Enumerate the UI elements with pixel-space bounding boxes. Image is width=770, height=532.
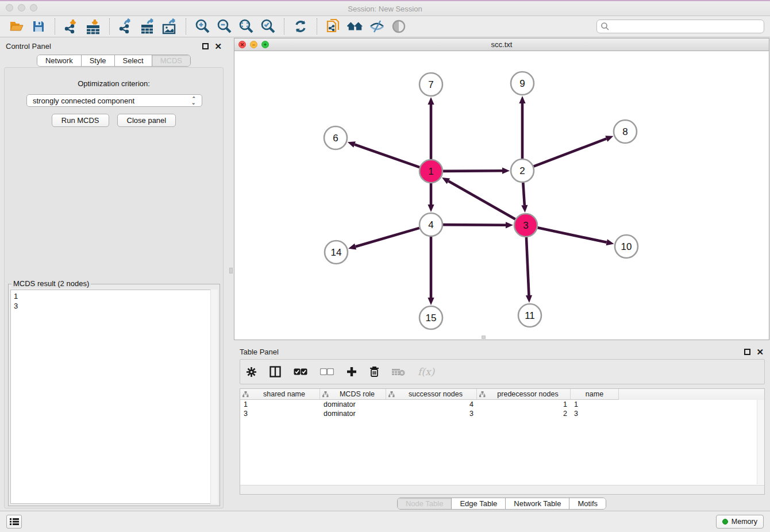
edge-2-8[interactable] [534, 136, 614, 166]
graph-node-7[interactable]: 7 [419, 73, 442, 96]
table-cell[interactable]: 2 [477, 409, 571, 418]
tab-network-table[interactable]: Network Table [506, 498, 569, 509]
close-panel-icon[interactable]: ✕ [756, 349, 764, 355]
edge-4-15[interactable] [428, 237, 434, 305]
tab-node-table[interactable]: Node Table [398, 498, 452, 509]
column-type-icon [479, 391, 486, 398]
table-cell[interactable]: 1 [240, 400, 320, 409]
float-panel-icon[interactable] [202, 43, 209, 49]
column-header-name[interactable]: name [571, 389, 619, 400]
hide-details-icon[interactable] [368, 18, 386, 35]
refresh-layout-icon[interactable] [292, 18, 309, 35]
import-table-icon[interactable] [84, 18, 102, 35]
search-field[interactable] [596, 20, 764, 33]
edge-4-14[interactable] [348, 228, 419, 250]
graph-node-9[interactable]: 9 [511, 72, 534, 95]
tab-motifs[interactable]: Motifs [569, 498, 606, 509]
edge-1-6[interactable] [348, 141, 419, 167]
mcds-result-text[interactable]: 1 3 [10, 290, 218, 504]
delete-column-icon[interactable] [369, 366, 379, 377]
tab-edge-table[interactable]: Edge Table [452, 498, 506, 509]
home-view-icon[interactable] [346, 18, 364, 35]
edge-3-11[interactable] [526, 237, 532, 303]
graph-node-14[interactable]: 14 [325, 241, 348, 264]
node-table: shared nameMCDS rolesuccessor nodesprede… [240, 388, 765, 495]
search-input[interactable] [610, 22, 760, 31]
task-history-button[interactable] [6, 515, 22, 529]
edge-1-7[interactable] [428, 97, 434, 159]
export-image-icon[interactable] [161, 18, 178, 35]
table-toolbar: f(x) [240, 359, 765, 384]
table-settings-icon[interactable] [246, 367, 257, 377]
function-builder-icon[interactable]: f(x) [418, 366, 434, 377]
graph-node-2[interactable]: 2 [511, 159, 534, 182]
zoom-selected-icon[interactable] [259, 18, 276, 35]
column-header-MCDS-role[interactable]: MCDS role [320, 389, 386, 400]
graph-node-10[interactable]: 10 [615, 235, 638, 258]
column-header-shared-name[interactable]: shared name [240, 389, 320, 400]
edge-1-4[interactable] [428, 183, 434, 212]
column-header-successor-nodes[interactable]: successor nodes [386, 389, 477, 400]
splitter-handle[interactable] [482, 336, 486, 339]
table-vertical-scrollbar[interactable] [757, 400, 764, 484]
graph-node-11[interactable]: 11 [518, 304, 541, 327]
graph-node-15[interactable]: 15 [419, 306, 442, 329]
table-row[interactable]: 3dominator323 [240, 409, 764, 418]
edge-2-9[interactable] [519, 96, 525, 159]
table-cell[interactable]: 1 [571, 400, 619, 409]
open-file-icon[interactable] [8, 18, 25, 35]
table-cell[interactable]: dominator [320, 409, 386, 418]
network-canvas[interactable]: 1234678910111415 [234, 51, 769, 340]
close-panel-icon[interactable]: ✕ [214, 43, 222, 49]
export-table-icon[interactable] [139, 18, 156, 35]
table-row[interactable]: 1dominator411 [240, 400, 764, 409]
zoom-fit-icon[interactable] [237, 18, 255, 35]
zoom-out-icon[interactable] [215, 18, 233, 35]
tab-mcds[interactable]: MCDS [152, 55, 190, 66]
table-cell[interactable]: 1 [477, 400, 571, 409]
result-scrollbar[interactable] [210, 290, 218, 504]
svg-text:10: 10 [621, 241, 632, 252]
mcds-result-group: MCDS result (2 nodes) 1 3 [8, 284, 220, 506]
column-header-predecessor-nodes[interactable]: predecessor nodes [477, 389, 571, 400]
edge-1-2[interactable] [443, 168, 510, 174]
deselect-all-checks-icon[interactable] [320, 368, 334, 375]
split-columns-icon[interactable] [270, 366, 281, 377]
table-cell[interactable]: 3 [386, 409, 477, 418]
network-window-titlebar[interactable]: ✕ − + scc.txt [234, 38, 769, 51]
splitter-handle[interactable] [229, 268, 233, 273]
float-panel-icon[interactable] [744, 349, 750, 355]
delete-table-icon[interactable] [392, 368, 405, 376]
zoom-in-icon[interactable] [194, 18, 211, 35]
export-network-icon[interactable] [117, 18, 134, 35]
tab-select[interactable]: Select [115, 55, 152, 66]
edge-3-10[interactable] [538, 228, 614, 245]
graph-node-4[interactable]: 4 [419, 213, 442, 236]
table-cell[interactable]: 4 [386, 400, 477, 409]
birdseye-view-icon[interactable] [390, 18, 407, 35]
add-column-icon[interactable] [346, 367, 357, 377]
svg-text:8: 8 [622, 126, 627, 137]
select-all-checks-icon[interactable] [294, 368, 307, 375]
memory-button[interactable]: Memory [716, 515, 764, 529]
save-session-icon[interactable] [30, 18, 47, 35]
optimization-criterion-dropdown[interactable]: strongly connected component ⌃⌃ [26, 94, 202, 107]
table-horizontal-scrollbar[interactable] [240, 485, 764, 494]
close-panel-button[interactable]: Close panel [117, 114, 176, 127]
duplicate-network-icon[interactable] [325, 18, 342, 35]
tab-network[interactable]: Network [37, 55, 82, 66]
import-network-icon[interactable] [63, 18, 80, 35]
table-cell[interactable]: 3 [240, 409, 320, 418]
table-cell[interactable]: 3 [571, 409, 619, 418]
run-mcds-button[interactable]: Run MCDS [52, 114, 109, 127]
graph-node-3[interactable]: 3 [514, 214, 537, 237]
edge-3-1[interactable] [442, 178, 515, 219]
edge-2-3[interactable] [521, 183, 528, 213]
edge-4-3[interactable] [443, 222, 513, 228]
graph-node-6[interactable]: 6 [324, 126, 347, 149]
control-panel-title: Control Panel [6, 42, 51, 51]
table-cell[interactable]: dominator [320, 400, 386, 409]
graph-node-8[interactable]: 8 [614, 120, 637, 143]
tab-style[interactable]: Style [82, 55, 115, 66]
graph-node-1[interactable]: 1 [419, 160, 442, 183]
